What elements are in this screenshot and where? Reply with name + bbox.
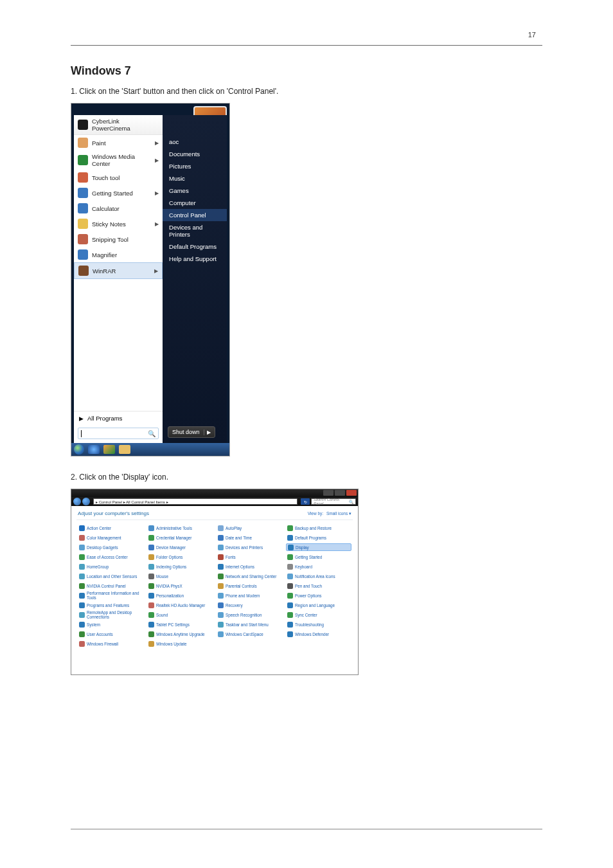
control-panel-item[interactable]: Pen and Touch — [286, 582, 351, 590]
control-panel-item[interactable]: Backup and Restore — [286, 524, 351, 532]
control-panel-item[interactable]: Getting Started — [286, 553, 351, 561]
shutdown-button[interactable]: Shut down ▶ — [168, 426, 215, 438]
program-item[interactable]: Getting Started▶ — [74, 185, 163, 201]
start-right-item[interactable]: aoc — [163, 136, 227, 148]
all-programs[interactable]: ▶ All Programs — [74, 411, 163, 425]
control-panel-item[interactable]: Action Center — [78, 524, 143, 532]
control-panel-item[interactable]: Sound — [147, 611, 213, 619]
address-bar[interactable]: ▸ Control Panel ▸ All Control Panel Item… — [93, 498, 298, 505]
control-panel-item[interactable]: Windows Defender — [286, 630, 351, 638]
control-panel-item[interactable]: Phone and Modem — [217, 592, 282, 599]
control-panel-item[interactable]: HomeGroup — [78, 563, 143, 570]
control-panel-item[interactable]: Default Programs — [286, 534, 351, 541]
minimize-button[interactable] — [323, 490, 333, 496]
control-panel-item[interactable]: Folder Options — [147, 553, 213, 561]
cp-item-label: Administrative Tools — [156, 526, 192, 530]
control-panel-item[interactable]: Device Manager — [147, 543, 213, 551]
control-panel-item[interactable]: Desktop Gadgets — [78, 543, 143, 551]
cp-item-icon — [148, 583, 154, 589]
control-panel-item[interactable]: Devices and Printers — [217, 543, 282, 551]
control-panel-item[interactable]: Administrative Tools — [147, 524, 213, 532]
control-panel-item[interactable]: Location and Other Sensors — [78, 572, 143, 580]
control-panel-item[interactable]: System — [78, 620, 143, 628]
forward-button[interactable] — [82, 498, 90, 505]
close-button[interactable] — [346, 490, 357, 496]
control-panel-item[interactable]: Ease of Access Center — [78, 553, 143, 561]
control-panel-item[interactable]: Keyboard — [286, 563, 351, 570]
control-panel-item[interactable]: Credential Manager — [147, 534, 213, 541]
start-right-item[interactable]: Control Panel — [163, 209, 227, 221]
start-right-item[interactable]: Default Programs — [163, 240, 227, 253]
start-orb-icon[interactable] — [74, 444, 84, 455]
search-input[interactable]: Search Control Panel 🔍 — [311, 498, 356, 505]
control-panel-item[interactable]: NVIDIA Control Panel — [78, 582, 143, 590]
start-right-item[interactable]: Games — [163, 185, 227, 197]
control-panel-item[interactable]: Mouse — [147, 572, 213, 580]
program-item[interactable]: Touch tool — [74, 170, 163, 185]
cp-item-label: Network and Sharing Center — [226, 574, 276, 579]
control-panel-item[interactable]: Region and Language — [286, 601, 351, 609]
cp-item-label: Windows CardSpace — [226, 632, 263, 637]
breadcrumb: ▸ Control Panel ▸ All Control Panel Item… — [96, 500, 168, 504]
control-panel-item[interactable]: Internet Options — [217, 563, 282, 570]
refresh-button[interactable]: ↻ — [301, 498, 310, 505]
control-panel-item[interactable]: Troubleshooting — [286, 620, 351, 628]
cp-item-icon — [287, 535, 293, 541]
cp-item-label: Devices and Printers — [226, 545, 263, 550]
start-right-item[interactable]: Pictures — [163, 160, 227, 172]
ie-icon[interactable] — [88, 445, 100, 454]
start-right-item[interactable]: Devices and Printers — [163, 221, 227, 240]
control-panel-item[interactable]: Date and Time — [217, 534, 282, 541]
navigation-bar: ▸ Control Panel ▸ All Control Panel Item… — [71, 497, 358, 506]
control-panel-item[interactable]: User Accounts — [78, 630, 143, 638]
shutdown-options-arrow[interactable]: ▶ — [204, 429, 211, 435]
control-panel-item[interactable]: Color Management — [78, 534, 143, 541]
control-panel-item[interactable]: Tablet PC Settings — [147, 620, 213, 628]
cp-item-icon — [79, 535, 85, 541]
back-button[interactable] — [73, 498, 81, 505]
control-panel-item[interactable]: Windows Update — [147, 640, 213, 647]
control-panel-item[interactable]: NVIDIA PhysX — [147, 582, 213, 590]
program-item[interactable]: Calculator — [74, 201, 163, 216]
control-panel-item[interactable]: Personalization — [147, 592, 213, 599]
control-panel-item[interactable]: Speech Recognition — [217, 611, 282, 619]
control-panel-item[interactable]: Sync Center — [286, 611, 351, 619]
start-right-item[interactable]: Documents — [163, 148, 227, 160]
control-panel-item[interactable]: Power Options — [286, 592, 351, 599]
search-input[interactable]: 🔍 — [78, 428, 159, 439]
program-item[interactable]: Sticky Notes▶ — [74, 216, 163, 231]
control-panel-item[interactable]: Notification Area Icons — [286, 572, 351, 580]
start-right-item[interactable]: Computer — [163, 197, 227, 209]
program-item[interactable]: Magnifier — [74, 247, 163, 262]
cp-item-icon — [79, 574, 85, 579]
control-panel-item[interactable]: Parental Controls — [217, 582, 282, 590]
control-panel-item[interactable]: Realtek HD Audio Manager — [147, 601, 213, 609]
control-panel-item[interactable]: Recovery — [217, 601, 282, 609]
control-panel-item[interactable]: Performance Information and Tools — [78, 592, 143, 599]
start-right-item[interactable]: Help and Support — [163, 253, 227, 265]
program-item[interactable]: Windows Media Center▶ — [74, 150, 163, 170]
cp-item-label: Mouse — [156, 574, 168, 579]
control-panel-item[interactable]: Windows Firewall — [78, 640, 143, 647]
control-panel-item[interactable]: Network and Sharing Center — [217, 572, 282, 580]
program-item[interactable]: CyberLink PowerCinema — [74, 115, 163, 135]
cp-item-label: Folder Options — [156, 555, 182, 559]
control-panel-item[interactable]: Windows Anytime Upgrade — [147, 630, 213, 638]
control-panel-item[interactable]: Programs and Features — [78, 601, 143, 609]
wmp-icon[interactable] — [103, 445, 115, 454]
control-panel-item[interactable]: Display — [286, 543, 351, 551]
program-item[interactable]: Snipping Tool — [74, 231, 163, 247]
viewby-value[interactable]: Small icons ▾ — [326, 511, 351, 516]
explorer-icon[interactable] — [119, 445, 130, 454]
control-panel-item[interactable]: Fonts — [217, 553, 282, 561]
control-panel-item[interactable]: RemoteApp and Desktop Connections — [78, 611, 143, 619]
control-panel-item[interactable]: Indexing Options — [147, 563, 213, 570]
control-panel-item[interactable]: Taskbar and Start Menu — [217, 620, 282, 628]
program-item[interactable]: Paint▶ — [74, 135, 163, 150]
instruction-step1: 1. Click on the 'Start' button and then … — [71, 87, 278, 96]
control-panel-item[interactable]: Windows CardSpace — [217, 630, 282, 638]
control-panel-item[interactable]: AutoPlay — [217, 524, 282, 532]
maximize-button[interactable] — [335, 490, 345, 496]
start-right-item[interactable]: Music — [163, 172, 227, 185]
program-item[interactable]: WinRAR▶ — [74, 262, 163, 279]
